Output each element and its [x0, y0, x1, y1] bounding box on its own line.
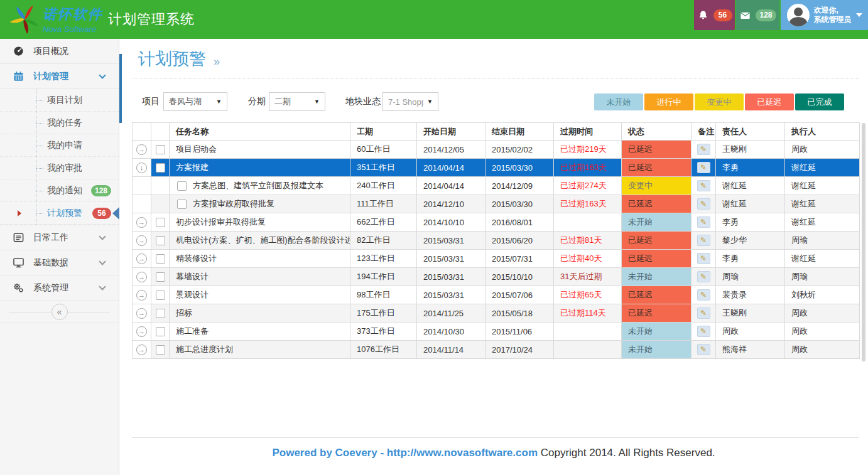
- row-checkbox[interactable]: [156, 291, 165, 300]
- sidebar-item-project-plan[interactable]: 项目计划: [0, 89, 119, 112]
- owner-cell: 周政: [716, 323, 785, 341]
- sidebar-item-my-tasks[interactable]: 我的任务: [0, 112, 119, 134]
- edit-remark-button[interactable]: ✎: [697, 289, 710, 301]
- task-row[interactable]: →精装修设计123工作日2015/03/312015/07/31已过期40天已延…: [133, 250, 860, 268]
- row-checkbox[interactable]: [156, 236, 165, 245]
- sidebar-item-plan-management[interactable]: 计划管理: [0, 64, 119, 89]
- column-header: 状态: [622, 123, 692, 141]
- expand-cell: →: [133, 232, 151, 250]
- task-row[interactable]: →初步设计报审并取得批复662工作日2014/10/102016/08/01未开…: [133, 213, 860, 232]
- duration-cell: 240工作日: [350, 177, 417, 195]
- messages-button[interactable]: 128: [736, 0, 779, 30]
- legend-notstarted-button[interactable]: 未开始: [594, 93, 643, 110]
- plot-select[interactable]: 7-1 Shopp ▼: [382, 92, 438, 111]
- edit-remark-button[interactable]: ✎: [697, 307, 710, 319]
- edit-remark-button[interactable]: ✎: [697, 198, 710, 210]
- expand-row-icon[interactable]: →: [136, 254, 147, 264]
- sidebar-collapse-button[interactable]: «: [52, 304, 68, 320]
- edit-remark-button[interactable]: ✎: [697, 162, 710, 173]
- table-body: →项目启动会60工作日2014/12/052015/02/02已过期219天已延…: [133, 141, 860, 359]
- sidebar-item-my-applications[interactable]: 我的申请: [0, 134, 119, 157]
- sidebar-item-base-data[interactable]: 基础数据: [0, 250, 119, 275]
- sidebar-item-system-management[interactable]: 系统管理: [0, 275, 119, 301]
- row-checkbox[interactable]: [177, 181, 187, 191]
- executor-cell: 周政: [785, 341, 860, 359]
- task-row[interactable]: →招标175工作日2014/11/252015/05/18已过期114天已延迟✎…: [133, 304, 860, 323]
- remark-cell: ✎: [692, 213, 716, 232]
- executor-cell: 周政: [785, 323, 860, 341]
- row-checkbox[interactable]: [156, 327, 165, 336]
- column-header: 责任人: [716, 123, 785, 141]
- edit-remark-button[interactable]: ✎: [697, 271, 710, 282]
- project-select[interactable]: 春风与湖 ▼: [163, 92, 227, 111]
- task-row[interactable]: →项目启动会60工作日2014/12/052015/02/02已过期219天已延…: [133, 141, 860, 159]
- legend-inprogress-button[interactable]: 进行中: [644, 93, 693, 110]
- task-row[interactable]: ↓方案报建351工作日2014/04/142015/03/30已过期163天已延…: [133, 159, 860, 177]
- end-date-cell: 2015/05/18: [486, 304, 554, 323]
- expand-row-icon[interactable]: →: [136, 235, 147, 246]
- expand-row-icon[interactable]: →: [136, 290, 147, 301]
- expand-row-icon[interactable]: →: [136, 308, 147, 319]
- expand-row-icon[interactable]: →: [136, 217, 147, 228]
- row-checkbox[interactable]: [156, 163, 165, 173]
- vertical-scrollbar[interactable]: [862, 123, 865, 361]
- checkbox-column-header: [151, 123, 170, 141]
- row-checkbox[interactable]: [156, 145, 165, 154]
- edit-remark-button[interactable]: ✎: [697, 235, 710, 246]
- collapse-row-icon[interactable]: ↓: [136, 163, 147, 173]
- task-row[interactable]: →施工准备373工作日2014/10/302015/11/06未开始✎周政周政: [133, 323, 860, 341]
- executor-cell: 周政: [785, 141, 860, 159]
- expand-row-icon[interactable]: →: [136, 326, 147, 337]
- remark-cell: ✎: [692, 195, 716, 213]
- powered-by-link[interactable]: Powered by Coevery - http://www.novasoft…: [272, 447, 538, 459]
- duration-cell: 123工作日: [350, 250, 417, 268]
- row-checkbox[interactable]: [177, 200, 187, 209]
- start-date-cell: 2014/11/25: [417, 304, 486, 323]
- row-checkbox[interactable]: [156, 272, 165, 282]
- edit-remark-button[interactable]: ✎: [697, 344, 710, 355]
- overdue-cell: 已过期81天: [554, 232, 622, 250]
- expand-row-icon[interactable]: →: [136, 144, 147, 155]
- executor-cell: 谢红延: [785, 213, 860, 232]
- executor-cell: 刘秋圻: [785, 286, 860, 304]
- remark-cell: ✎: [692, 159, 716, 177]
- phase-select[interactable]: 二期 ▼: [269, 92, 325, 111]
- start-date-cell: 2015/03/31: [417, 286, 486, 304]
- task-row[interactable]: →施工总进度计划1076工作日2014/11/142017/10/24未开始✎熊…: [133, 341, 860, 359]
- row-checkbox[interactable]: [156, 254, 165, 264]
- dropdown-arrow-icon: ▼: [427, 99, 433, 105]
- executor-cell: 谢红延: [785, 177, 860, 195]
- task-row[interactable]: 方案报审政府取得批复111工作日2014/12/102015/03/30已过期1…: [133, 195, 860, 213]
- expand-row-icon[interactable]: →: [136, 272, 147, 282]
- sidebar-item-my-approvals[interactable]: 我的审批: [0, 157, 119, 179]
- status-cell: 已延迟: [622, 159, 692, 177]
- task-row[interactable]: →景观设计98工作日2015/03/312015/07/06已过期65天已延迟✎…: [133, 286, 860, 304]
- task-row[interactable]: →机电设计(方案、扩初、施工图)配合各阶段设计进度82工作日2015/03/31…: [133, 232, 860, 250]
- row-checkbox[interactable]: [156, 218, 165, 227]
- edit-remark-button[interactable]: ✎: [697, 253, 710, 264]
- sidebar-item-project-overview[interactable]: 项目概况: [0, 39, 119, 64]
- checkbox-cell: [151, 304, 170, 323]
- task-name-cell: 招标: [170, 304, 350, 323]
- legend-done-button[interactable]: 已完成: [795, 93, 844, 110]
- task-row[interactable]: →幕墙设计194工作日2015/03/312015/10/1031天后过期未开始…: [133, 268, 860, 286]
- legend-changing-button[interactable]: 变更中: [695, 93, 744, 110]
- end-date-cell: 2015/03/30: [486, 195, 554, 213]
- sidebar-item-plan-warning[interactable]: 计划预警 56: [0, 202, 119, 225]
- notifications-button[interactable]: 56: [694, 0, 735, 30]
- edit-remark-button[interactable]: ✎: [697, 326, 710, 337]
- row-checkbox[interactable]: [156, 309, 165, 318]
- sidebar-item-daily-work[interactable]: 日常工作: [0, 225, 119, 250]
- task-row[interactable]: 方案总图、建筑平立剖面及报建文本240工作日2014/04/142014/12/…: [133, 177, 860, 195]
- expand-row-icon[interactable]: →: [136, 344, 147, 355]
- task-name: 方案总图、建筑平立剖面及报建文本: [193, 180, 323, 191]
- row-checkbox[interactable]: [156, 345, 165, 355]
- sidebar-item-label: 项目概况: [33, 46, 119, 57]
- legend-delayed-button[interactable]: 已延迟: [745, 93, 794, 110]
- edit-remark-button[interactable]: ✎: [697, 144, 710, 155]
- user-menu-button[interactable]: 欢迎你, 系统管理员: [781, 0, 868, 30]
- task-name-cell: 方案总图、建筑平立剖面及报建文本: [170, 177, 350, 195]
- edit-remark-button[interactable]: ✎: [697, 180, 710, 191]
- edit-remark-button[interactable]: ✎: [697, 216, 710, 228]
- sidebar-item-my-notifications[interactable]: 我的通知 128: [0, 179, 119, 202]
